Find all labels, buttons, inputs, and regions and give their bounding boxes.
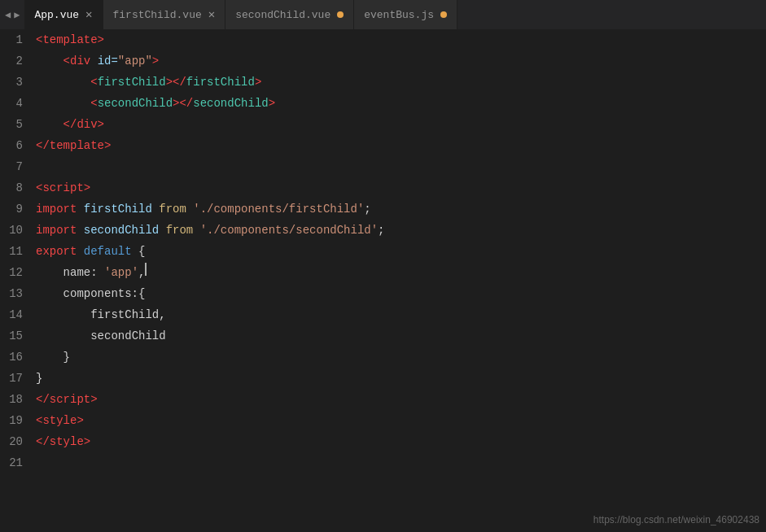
line-num-14: 14 [7, 304, 23, 325]
line-num-18: 18 [7, 389, 23, 410]
code-line-4: < secondChild ></ secondChild > [36, 93, 766, 114]
attr-id: id= [98, 50, 118, 72]
arrow-left-icon[interactable]: ◀ [5, 9, 11, 21]
semicolon-9: ; [364, 198, 370, 220]
tab-event-bus-js[interactable]: eventBus.js [354, 0, 457, 29]
identifier-second-child-10: secondChild [84, 220, 166, 241]
from-keyword-9: from [159, 198, 193, 220]
line-num-4: 4 [7, 93, 23, 114]
line-num-2: 2 [7, 50, 23, 72]
arrow-right-icon[interactable]: ▶ [14, 9, 20, 21]
value-app: 'app' [104, 262, 138, 283]
component-second-child-open: secondChild [98, 93, 173, 114]
line-num-6: 6 [7, 135, 23, 156]
code-line-3: < firstChild ></ firstChild > [36, 72, 766, 93]
tag-first-child-end: > [255, 72, 261, 93]
tag-script-close: </script> [36, 389, 98, 410]
identifier-first-child-9: firstChild [84, 198, 159, 220]
tab-close-app-vue[interactable]: ✕ [85, 9, 92, 20]
tag-div-open: <div [63, 50, 98, 72]
line-num-9: 9 [7, 198, 23, 220]
indent-14 [36, 304, 90, 325]
tab-label-event-bus-js: eventBus.js [364, 9, 434, 21]
line-num-21: 21 [7, 452, 23, 473]
tab-label-second-child-vue: secondChild.vue [235, 9, 330, 21]
indent-15 [36, 325, 90, 347]
tab-close-first-child-vue[interactable]: ✕ [208, 9, 215, 20]
tag-second-child-bracket: ></ [173, 93, 193, 114]
tag-style-close: </style> [36, 431, 90, 452]
tag-first-child-bracket: ></ [166, 72, 186, 93]
indent-3 [36, 72, 90, 93]
code-line-17: } [36, 368, 766, 389]
line-num-8: 8 [7, 177, 23, 198]
code-line-10: import secondChild from './components/se… [36, 220, 766, 241]
keyword-import-9: import [36, 198, 84, 220]
component-first-child-close: firstChild [186, 72, 255, 93]
line-numbers: 1 2 3 4 5 6 7 8 9 10 11 12 13 14 15 16 1… [0, 29, 33, 532]
code-line-16: } [36, 347, 766, 368]
editor-container: ◀ ▶ App.vue ✕ firstChild.vue ✕ secondChi… [0, 0, 766, 532]
brace-close-17: } [36, 368, 42, 389]
line-num-1: 1 [7, 29, 23, 50]
tab-bar: ◀ ▶ App.vue ✕ firstChild.vue ✕ secondChi… [0, 0, 766, 29]
value-first-child-comp: firstChild, [90, 304, 165, 325]
code-line-5: </div> [36, 114, 766, 135]
tag-second-child-open: < [90, 93, 97, 114]
tab-second-child-vue[interactable]: secondChild.vue [225, 0, 354, 29]
watermark: https://blog.csdn.net/weixin_46902438 [593, 514, 759, 525]
comma-12: , [138, 262, 145, 283]
line-num-13: 13 [7, 283, 23, 304]
key-components: components:{ [63, 283, 146, 304]
line-num-17: 17 [7, 368, 23, 389]
line-num-16: 16 [7, 347, 23, 368]
keyword-import-10: import [36, 220, 84, 241]
text-cursor [145, 263, 147, 276]
attr-value-app: "app" [118, 50, 152, 72]
tag-div-close: </div> [63, 114, 104, 135]
code-line-19: <style> [36, 410, 766, 431]
code-line-20: </style> [36, 431, 766, 452]
line-num-10: 10 [7, 220, 23, 241]
tab-bar-arrows[interactable]: ◀ ▶ [0, 9, 24, 21]
value-second-child-comp: secondChild [90, 325, 165, 347]
tab-modified-dot-second-child [337, 11, 344, 18]
code-line-9: import firstChild from './components/fir… [36, 198, 766, 220]
plain-brace-open-11: { [132, 241, 146, 262]
code-line-11: export default { [36, 241, 766, 262]
code-line-2: <div id= "app" > [36, 50, 766, 72]
line-num-5: 5 [7, 114, 23, 135]
semicolon-10: ; [378, 220, 384, 241]
code-area[interactable]: <template> <div id= "app" > < firstChild [33, 29, 766, 532]
string-path-second-child: './components/secondChild' [200, 220, 378, 241]
indent-5 [36, 114, 63, 135]
keyword-default: default [84, 241, 132, 262]
indent-16 [36, 347, 63, 368]
code-line-8: <script> [36, 177, 766, 198]
from-keyword-10: from [166, 220, 200, 241]
code-line-12: name: 'app' , [36, 262, 766, 283]
brace-close-16: } [63, 347, 70, 368]
editor-wrapper: 1 2 3 4 5 6 7 8 9 10 11 12 13 14 15 16 1… [0, 29, 766, 532]
code-line-7 [36, 156, 766, 177]
code-line-21 [36, 452, 766, 473]
editor-body: 1 2 3 4 5 6 7 8 9 10 11 12 13 14 15 16 1… [0, 29, 766, 532]
tab-label-app-vue: App.vue [34, 9, 79, 21]
tag-template-close: </template> [36, 135, 111, 156]
component-first-child-open: firstChild [98, 72, 166, 93]
component-second-child-close: secondChild [193, 93, 268, 114]
tag-style-open: <style> [36, 410, 84, 431]
tab-label-first-child-vue: firstChild.vue [113, 9, 202, 21]
indent-2 [36, 50, 63, 72]
line-num-11: 11 [7, 241, 23, 262]
tab-app-vue[interactable]: App.vue ✕ [24, 0, 103, 29]
indent-12 [36, 262, 63, 283]
code-line-6: </template> [36, 135, 766, 156]
line-21-empty [36, 452, 42, 473]
tag-script-open: <script> [36, 177, 90, 198]
tab-modified-dot-event-bus [440, 11, 447, 18]
tag-first-child-open: < [90, 72, 97, 93]
code-line-15: secondChild [36, 325, 766, 347]
tab-first-child-vue[interactable]: firstChild.vue ✕ [103, 0, 226, 29]
indent-13 [36, 283, 63, 304]
